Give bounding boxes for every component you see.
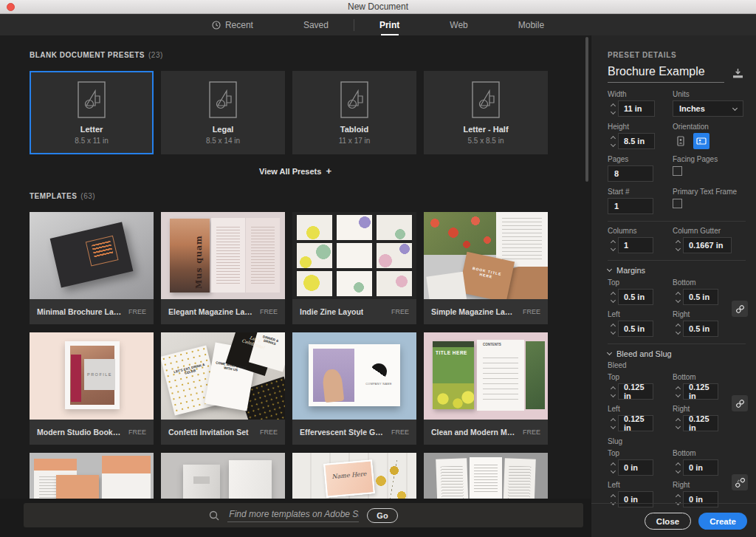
create-button[interactable]: Create [698, 513, 747, 530]
template-card[interactable]: Indie Zine LayoutFREE [292, 212, 416, 324]
stepper-arrows[interactable] [673, 241, 683, 250]
top-value[interactable]: 0 in [618, 459, 653, 476]
bottom-value[interactable]: 0.5 in [683, 289, 718, 305]
bottom-stepper[interactable]: 0 in [673, 459, 743, 476]
right-value[interactable]: 0.5 in [683, 321, 718, 337]
view-all-presets-button[interactable]: View All Presets+ [0, 165, 591, 177]
vertical-scrollbar[interactable] [585, 37, 588, 182]
units-select[interactable]: Inches [673, 100, 743, 117]
primary-text-frame-label: Primary Text Frame [673, 188, 746, 196]
stepper-arrows[interactable] [608, 419, 618, 428]
orientation-label: Orientation [673, 123, 746, 131]
template-card[interactable]: PROFILEModern Studio Book LayoutFREE [30, 332, 154, 445]
right-stepper[interactable]: 0.5 in [673, 321, 743, 337]
column-gutter-stepper[interactable]: 0.1667 in [673, 237, 746, 253]
stepper-arrows[interactable] [673, 419, 683, 428]
left-stepper[interactable]: 0 in [608, 491, 673, 507]
preset-card-letter-half[interactable]: Letter - Half5.5 x 8.5 in [424, 71, 548, 154]
bottom-value[interactable]: 0.125 in [683, 383, 718, 400]
go-button[interactable]: Go [367, 508, 397, 523]
top-label: Top [608, 373, 673, 381]
preset-card-legal[interactable]: Legal8.5 x 14 in [161, 71, 285, 154]
template-card[interactable]: COMPANY NAMEEffervescent Style Guide Lay… [292, 332, 416, 445]
tab-mobile[interactable]: Mobile [493, 14, 569, 35]
stepper-arrows[interactable] [608, 241, 618, 250]
template-label-bar: Clean and Modern Magazine La...FREE [424, 420, 548, 445]
bleed-slug-toggle[interactable]: Bleed and Slug [608, 349, 746, 358]
preset-size: 5.5 x 8.5 in [468, 137, 504, 145]
broken-link-slug-button[interactable] [732, 474, 748, 490]
height-value[interactable]: 8.5 in [618, 133, 655, 149]
tab-web[interactable]: Web [425, 14, 492, 35]
start-number-input[interactable]: 1 [608, 198, 653, 214]
left-value[interactable]: 0.125 in [618, 415, 653, 431]
column-gutter-value[interactable]: 0.1667 in [683, 237, 732, 253]
stepper-arrows[interactable] [673, 463, 683, 473]
tab-print[interactable]: Print [354, 14, 425, 35]
window-close-button[interactable] [7, 3, 15, 11]
left-value[interactable]: 0.5 in [618, 321, 653, 337]
height-stepper[interactable]: 8.5 in [608, 133, 673, 149]
stock-search-input[interactable] [227, 509, 359, 522]
primary-text-frame-checkbox[interactable] [673, 199, 682, 208]
orientation-landscape-button[interactable] [693, 133, 709, 149]
tab-label: Saved [303, 20, 329, 30]
columns-value[interactable]: 1 [618, 237, 653, 253]
template-card[interactable]: TITLE HERECONTENTSClean and Modern Magaz… [424, 332, 548, 445]
top-stepper[interactable]: 0.5 in [608, 289, 673, 305]
top-value[interactable]: 0.5 in [618, 289, 653, 305]
template-thumbnail: COMPANY NAME [292, 332, 416, 420]
stepper-arrows[interactable] [608, 463, 618, 473]
left-value[interactable]: 0 in [618, 491, 653, 507]
stepper-arrows[interactable] [608, 137, 618, 146]
facing-pages-checkbox[interactable] [673, 166, 682, 176]
top-stepper[interactable]: 0 in [608, 459, 673, 476]
start-number-label: Start # [608, 188, 673, 196]
template-card[interactable]: Minimal Brochure LayoutFREE [30, 212, 154, 324]
stepper-arrows[interactable] [673, 387, 683, 397]
stepper-arrows[interactable] [673, 324, 683, 334]
stepper-arrows[interactable] [608, 387, 618, 397]
pages-input[interactable]: 8 [608, 165, 653, 182]
right-value[interactable]: 0 in [683, 491, 718, 507]
link-margins-button[interactable] [732, 301, 748, 317]
right-value[interactable]: 0.125 in [683, 415, 718, 431]
template-label-bar: Confetti Invitation SetFREE [161, 420, 285, 445]
margins-toggle[interactable]: Margins [608, 265, 746, 275]
template-card[interactable]: LET'S EAT, DRINK & CELEBCOME WINE & DINE… [161, 332, 285, 445]
chevron-down-icon [607, 267, 612, 272]
tab-saved[interactable]: Saved [278, 14, 354, 35]
template-card[interactable]: BOOK TITLE HERESimple Magazine LayoutFRE… [424, 212, 548, 324]
margins-title: Margins [616, 266, 645, 275]
bottom-value[interactable]: 0 in [683, 459, 718, 476]
preset-card-tabloid[interactable]: Tabloid11 x 17 in [292, 71, 416, 154]
width-stepper[interactable]: 11 in [608, 100, 673, 117]
link-bleed-button[interactable] [732, 395, 748, 411]
template-thumbnail: PROFILE [30, 332, 154, 420]
stepper-arrows[interactable] [608, 324, 618, 334]
left-stepper[interactable]: 0.5 in [608, 321, 673, 337]
top-stepper[interactable]: 0.125 in [608, 383, 673, 400]
template-label-bar: Modern Studio Book LayoutFREE [30, 420, 154, 445]
stepper-arrows[interactable] [673, 293, 683, 302]
orientation-portrait-button[interactable] [673, 133, 689, 149]
tab-recent[interactable]: Recent [187, 14, 278, 35]
width-value[interactable]: 11 in [618, 100, 655, 117]
template-label-bar: Simple Magazine LayoutFREE [424, 299, 548, 324]
preset-name: Letter - Half [463, 125, 508, 134]
width-label: Width [608, 90, 673, 98]
right-stepper[interactable]: 0.125 in [673, 415, 743, 431]
close-button[interactable]: Close [645, 513, 691, 530]
tab-label: Web [450, 20, 467, 30]
template-card[interactable]: Mus quamElegant Magazine LayoutFREE [161, 212, 285, 324]
right-stepper[interactable]: 0 in [673, 491, 743, 507]
stepper-arrows[interactable] [608, 293, 618, 302]
left-stepper[interactable]: 0.125 in [608, 415, 673, 431]
save-preset-icon[interactable] [732, 68, 744, 79]
thumbnail-text: COMPANY NAME [363, 383, 394, 386]
columns-stepper[interactable]: 1 [608, 237, 673, 253]
preset-card-letter[interactable]: Letter8.5 x 11 in [30, 71, 154, 154]
stepper-arrows[interactable] [608, 104, 618, 114]
preset-name-input[interactable]: Brochure Example [608, 65, 724, 83]
top-value[interactable]: 0.125 in [618, 383, 653, 400]
